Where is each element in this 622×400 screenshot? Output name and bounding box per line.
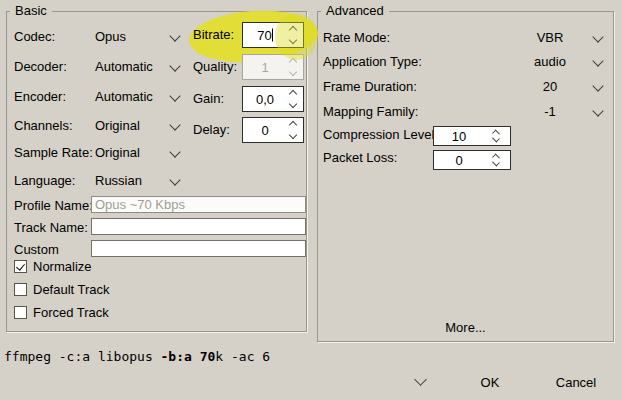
codec-label: Codec: bbox=[14, 29, 55, 45]
rate-mode-label: Rate Mode: bbox=[323, 30, 390, 46]
custom-field[interactable] bbox=[91, 240, 306, 257]
chevron-down-icon[interactable] bbox=[168, 121, 182, 135]
spin-down-icon bbox=[289, 36, 297, 44]
audio-codec-settings-dialog: { "colors": { "window_bg": "#d5d1c8", "h… bbox=[0, 0, 622, 400]
mapping-family-combo[interactable]: -1 bbox=[505, 104, 595, 120]
quality-value: 1 bbox=[243, 60, 287, 75]
gain-spinner[interactable]: 0,0 bbox=[242, 86, 304, 112]
track-name-label: Track Name: bbox=[14, 220, 88, 236]
packet-loss-label: Packet Loss: bbox=[323, 150, 397, 166]
packet-loss-value: 0 bbox=[434, 153, 484, 168]
rate-mode-value: VBR bbox=[505, 30, 595, 46]
bitrate-value: 70 bbox=[243, 28, 287, 43]
sample-rate-label: Sample Rate: bbox=[14, 145, 93, 161]
ffmpeg-command-line: ffmpeg -c:a libopus -b:a 70k -ac 6 bbox=[4, 349, 270, 364]
basic-group-title: Basic bbox=[10, 3, 52, 19]
spinner-arrows[interactable] bbox=[287, 25, 299, 45]
default-track-label: Default Track bbox=[33, 282, 110, 298]
language-label: Language: bbox=[14, 173, 75, 189]
gain-value: 0,0 bbox=[243, 92, 287, 107]
delay-spinner[interactable]: 0 bbox=[242, 117, 304, 143]
encoder-label: Encoder: bbox=[14, 89, 66, 105]
delay-value: 0 bbox=[243, 123, 287, 138]
spinner-arrows bbox=[287, 57, 299, 77]
spinner-arrows[interactable] bbox=[287, 89, 299, 109]
spin-down-icon bbox=[492, 159, 500, 167]
text-caret bbox=[272, 29, 273, 42]
ok-button[interactable]: OK bbox=[462, 374, 518, 391]
quality-label: Quality: bbox=[193, 59, 237, 75]
bitrate-spinner[interactable]: 70 bbox=[242, 22, 304, 48]
spin-up-icon bbox=[289, 121, 297, 129]
chevron-down-icon[interactable] bbox=[591, 57, 605, 71]
chevron-down-icon[interactable] bbox=[168, 32, 182, 46]
gain-label: Gain: bbox=[193, 91, 224, 107]
spin-down-icon bbox=[289, 100, 297, 108]
chevron-down-icon[interactable] bbox=[168, 148, 182, 162]
normalize-checkbox[interactable] bbox=[14, 260, 27, 273]
application-type-label: Application Type: bbox=[323, 54, 422, 70]
spinner-arrows[interactable] bbox=[490, 129, 502, 143]
channels-label: Channels: bbox=[14, 118, 73, 134]
compression-level-value: 10 bbox=[434, 129, 484, 144]
encoder-value: Automatic bbox=[95, 89, 153, 105]
chevron-down-icon[interactable] bbox=[168, 62, 182, 76]
spin-up-icon bbox=[289, 26, 297, 34]
mapping-family-label: Mapping Family: bbox=[323, 104, 418, 120]
compression-level-spinner[interactable]: 10 bbox=[433, 126, 511, 146]
delay-label: Delay: bbox=[193, 122, 230, 138]
track-name-field[interactable] bbox=[91, 218, 306, 235]
chevron-down-icon[interactable] bbox=[591, 82, 605, 96]
forced-track-label: Forced Track bbox=[33, 305, 109, 321]
spin-up-icon bbox=[289, 58, 297, 66]
checkmark-icon bbox=[16, 261, 25, 270]
chevron-down-icon[interactable] bbox=[591, 107, 605, 121]
codec-value: Opus bbox=[95, 29, 126, 45]
spin-down-icon bbox=[289, 68, 297, 76]
chevron-down-icon[interactable] bbox=[168, 92, 182, 106]
frame-duration-combo[interactable]: 20 bbox=[505, 79, 595, 95]
chevron-down-icon[interactable] bbox=[168, 176, 182, 190]
normalize-label: Normalize bbox=[33, 259, 92, 275]
profile-name-label: Profile Name: bbox=[14, 198, 93, 214]
forced-track-checkbox[interactable] bbox=[14, 306, 27, 319]
frame-duration-value: 20 bbox=[505, 79, 595, 95]
mapping-family-value: -1 bbox=[505, 104, 595, 120]
decoder-value: Automatic bbox=[95, 59, 153, 75]
spinner-arrows[interactable] bbox=[490, 153, 502, 167]
footer-chevron-down-icon[interactable] bbox=[410, 375, 430, 391]
decoder-label: Decoder: bbox=[14, 59, 67, 75]
rate-mode-combo[interactable]: VBR bbox=[505, 30, 595, 46]
spin-up-icon bbox=[289, 90, 297, 98]
profile-name-field bbox=[91, 196, 306, 213]
cancel-button[interactable]: Cancel bbox=[544, 374, 608, 391]
quality-spinner: 1 bbox=[242, 54, 304, 80]
spin-down-icon bbox=[492, 135, 500, 143]
language-value: Russian bbox=[95, 173, 142, 189]
application-type-combo[interactable]: audio bbox=[505, 54, 595, 70]
frame-duration-label: Frame Duration: bbox=[323, 79, 417, 95]
sample-rate-value: Original bbox=[95, 145, 140, 161]
channels-value: Original bbox=[95, 118, 140, 134]
advanced-group-title: Advanced bbox=[321, 3, 389, 19]
spinner-arrows[interactable] bbox=[287, 120, 299, 140]
default-track-checkbox[interactable] bbox=[14, 283, 27, 296]
application-type-value: audio bbox=[505, 54, 595, 70]
bitrate-label: Bitrate: bbox=[193, 27, 234, 43]
compression-level-label: Compression Level: bbox=[323, 127, 438, 143]
packet-loss-spinner[interactable]: 0 bbox=[433, 150, 511, 170]
more-button[interactable]: More... bbox=[317, 320, 614, 336]
chevron-down-icon[interactable] bbox=[591, 33, 605, 47]
custom-label: Custom bbox=[14, 242, 59, 258]
spin-down-icon bbox=[289, 131, 297, 139]
